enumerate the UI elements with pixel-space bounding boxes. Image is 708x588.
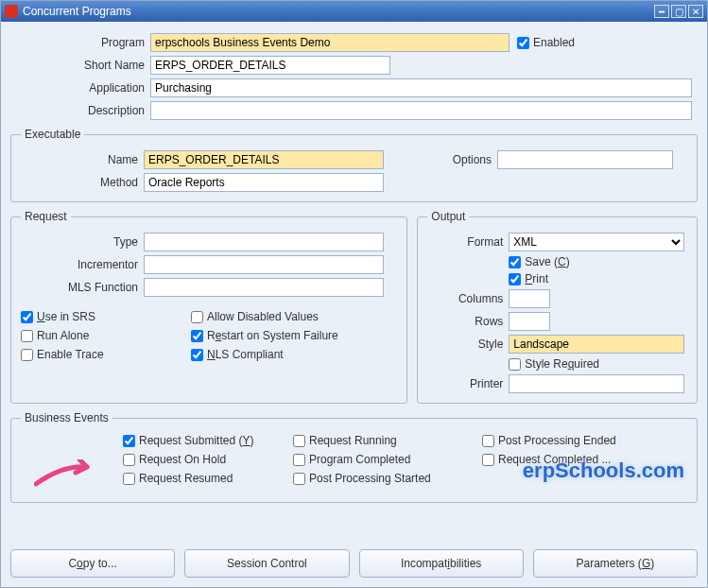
copy-to-button[interactable]: Copy to...: [10, 549, 175, 578]
format-select[interactable]: XML: [509, 233, 684, 251]
type-input[interactable]: [144, 233, 384, 251]
mls-label: MLS Function: [21, 281, 144, 294]
close-icon[interactable]: ✕: [688, 5, 703, 18]
events-legend: Business Events: [21, 411, 112, 424]
print-checkbox[interactable]: Print: [509, 272, 548, 285]
run-alone-checkbox[interactable]: Run Alone: [21, 329, 191, 342]
style-required-checkbox[interactable]: Style Required: [509, 357, 599, 371]
style-label: Style: [427, 337, 509, 351]
window-controls: ━ ▢ ✕: [654, 5, 703, 18]
rows-label: Rows: [427, 315, 509, 328]
post-ended-checkbox[interactable]: Post Processing Ended: [482, 434, 671, 447]
post-started-checkbox[interactable]: Post Processing Started: [293, 472, 473, 485]
method-label: Method: [21, 176, 144, 189]
req-hold-checkbox[interactable]: Request On Hold: [123, 453, 284, 466]
req-resumed-checkbox[interactable]: Request Resumed: [123, 472, 284, 485]
description-label: Description: [10, 104, 150, 117]
nls-checkbox[interactable]: NLS Compliant: [191, 348, 389, 361]
rows-input[interactable]: [509, 312, 550, 331]
enabled-label: Enabled: [533, 36, 575, 49]
enabled-checkbox[interactable]: Enabled: [517, 36, 575, 49]
style-input[interactable]: [509, 335, 684, 354]
format-label: Format: [427, 235, 509, 249]
mls-input[interactable]: [144, 278, 384, 297]
minimize-icon[interactable]: ━: [654, 5, 669, 18]
output-fieldset: Output Format XML Save (C): [417, 210, 698, 404]
exec-name-input[interactable]: [144, 150, 384, 169]
events-fieldset: Business Events Request Submitted (Y) Re…: [10, 411, 698, 503]
use-srs-checkbox[interactable]: Use in SRS: [21, 310, 191, 323]
description-input[interactable]: [150, 101, 692, 120]
concurrent-programs-window: Concurrent Programs ━ ▢ ✕ Program Enable…: [0, 0, 708, 588]
button-bar: Copy to... Session Control Incompatibili…: [1, 540, 707, 587]
columns-input[interactable]: [509, 289, 550, 308]
executable-legend: Executable: [21, 128, 84, 141]
program-label: Program: [10, 36, 150, 49]
printer-label: Printer: [427, 377, 509, 390]
enable-trace-checkbox[interactable]: Enable Trace: [21, 348, 191, 361]
output-legend: Output: [427, 210, 469, 223]
session-control-button[interactable]: Session Control: [184, 549, 349, 578]
titlebar: Concurrent Programs ━ ▢ ✕: [1, 1, 707, 22]
prog-completed-checkbox[interactable]: Program Completed: [293, 453, 473, 466]
application-label: Application: [10, 81, 150, 95]
window-title: Concurrent Programs: [23, 5, 654, 18]
allow-disabled-checkbox[interactable]: Allow Disabled Values: [191, 310, 389, 323]
options-input[interactable]: [497, 150, 673, 169]
application-input[interactable]: [150, 78, 692, 97]
restart-checkbox[interactable]: Restart on System Failure: [191, 329, 389, 342]
exec-name-label: Name: [21, 153, 144, 166]
method-input[interactable]: [144, 173, 384, 192]
incrementor-input[interactable]: [144, 255, 384, 274]
incompatibilities-button[interactable]: Incompatibilities: [359, 549, 524, 578]
type-label: Type: [21, 235, 144, 249]
columns-label: Columns: [427, 292, 509, 305]
enabled-box[interactable]: [517, 37, 529, 49]
maximize-icon[interactable]: ▢: [671, 5, 686, 18]
shortname-input[interactable]: [150, 56, 390, 75]
oracle-icon: [5, 5, 18, 18]
options-label: Options: [384, 153, 497, 166]
req-running-checkbox[interactable]: Request Running: [293, 434, 473, 447]
req-completed-checkbox[interactable]: Request Completed ...: [482, 453, 671, 466]
req-submitted-checkbox[interactable]: Request Submitted (Y): [123, 434, 284, 447]
save-checkbox[interactable]: Save (C): [509, 255, 569, 268]
program-input[interactable]: [150, 33, 509, 52]
request-legend: Request: [21, 210, 71, 223]
incrementor-label: Incrementor: [21, 258, 144, 271]
form-content: Program Enabled Short Name Application D…: [1, 22, 707, 540]
executable-fieldset: Executable Name Options Method: [10, 128, 698, 202]
shortname-label: Short Name: [10, 59, 150, 72]
parameters-button[interactable]: Parameters (G): [533, 549, 698, 578]
printer-input[interactable]: [509, 374, 684, 393]
request-fieldset: Request Type Incrementor MLS Function: [10, 210, 407, 404]
